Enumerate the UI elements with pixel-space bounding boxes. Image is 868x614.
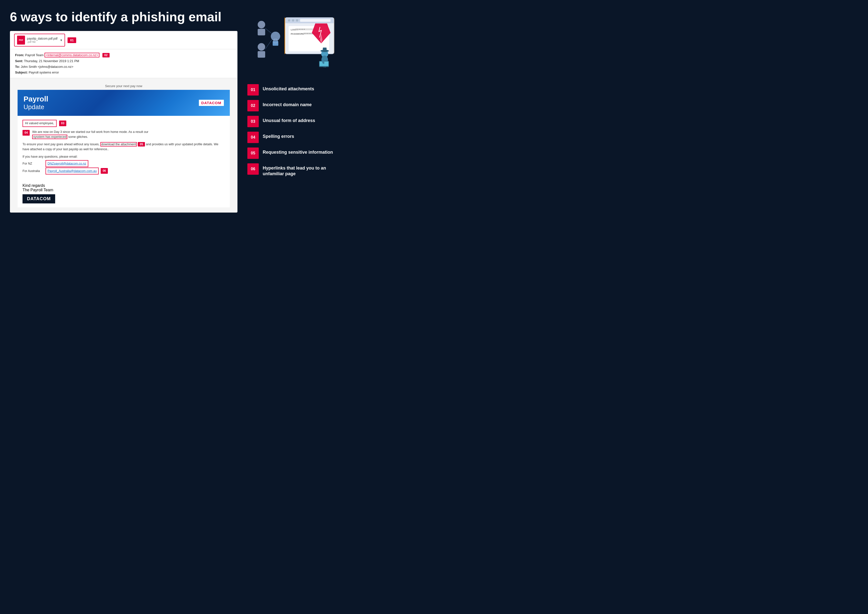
svg-point-27 [304, 33, 305, 34]
attachment-bar: PDF payslip_datcom.pdf.pdf .pdf file ▾ 0… [10, 31, 237, 49]
svg-point-13 [292, 19, 294, 22]
item-badge-6: 06 [247, 163, 259, 175]
item-label-6: Hyperlinks that lead you to an unfamilia… [263, 163, 336, 177]
badge-01-attachment: 01 [68, 37, 76, 43]
svg-point-21 [299, 29, 300, 30]
list-item-2: 02 Incorrect domain name [247, 100, 336, 111]
badge-05-sensitive: 05 [138, 142, 145, 146]
greeting-row: Hi valued employee, 03 [23, 120, 225, 127]
email-footer: Kind regards The Payroll Team DATACOM [17, 181, 230, 207]
attachment-info: payslip_datcom.pdf.pdf .pdf file [27, 37, 57, 43]
badge-04-spelling: 04 [23, 130, 30, 135]
to-label: To: [15, 65, 20, 68]
item-label-4: Spelling errors [263, 132, 294, 139]
badge-02-domain: 02 [102, 53, 110, 58]
item-label-1: Unsolicited attachments [263, 84, 314, 92]
items-list: 01 Unsolicited attachments 02 Incorrect … [247, 84, 336, 177]
payroll-update: Update [23, 103, 48, 111]
attachment-box[interactable]: PDF payslip_datcom.pdf.pdf .pdf file ▾ [14, 34, 65, 47]
svg-rect-43 [323, 48, 327, 51]
svg-point-23 [302, 29, 303, 30]
item-badge-5: 05 [247, 148, 259, 159]
list-item-3: 03 Unusual form of address [247, 116, 336, 127]
email-body-inner: Payroll Update DATACOM Hi valued employe… [17, 90, 230, 207]
email-mockup: PDF payslip_datcom.pdf.pdf .pdf file ▾ 0… [10, 31, 237, 213]
payroll-banner: Payroll Update DATACOM [17, 90, 230, 116]
badge-03-greeting: 03 [59, 121, 66, 126]
from-label: From: [15, 53, 24, 57]
left-section: 6 ways to identify a phishing email PDF … [10, 10, 237, 236]
list-item-5: 05 Requesting sensitive information [247, 148, 336, 159]
chevron-down-icon: ▾ [60, 38, 62, 42]
attachment-type: .pdf file [27, 40, 57, 43]
email-subject-row: Subject: Payroll systems error [15, 70, 232, 75]
item-label-5: Requesting sensitive information [263, 148, 333, 155]
au-label-text: For Australia [23, 168, 43, 174]
nz-label-text: For NZ [23, 161, 43, 166]
list-item-1: 01 Unsolicited attachments [247, 84, 336, 96]
svg-rect-3 [258, 51, 265, 58]
from-name: Payroll Team [25, 53, 43, 57]
svg-line-7 [265, 28, 272, 34]
svg-rect-1 [258, 29, 265, 36]
subject-value: Payroll systems error [29, 70, 59, 74]
item-badge-4: 04 [247, 132, 259, 143]
closing2: The Payroll Team [23, 188, 225, 192]
item-badge-1: 01 [247, 84, 259, 96]
phishing-illustration: LOGIN PASSWORD [247, 10, 336, 79]
pdf-icon: PDF [17, 36, 25, 45]
datacom-logo-banner: DATACOM [202, 101, 222, 105]
email-from-row: From: Payroll Team <internal@comms.datat… [15, 52, 232, 58]
para1-text: We are now on Day 3 since we started our… [32, 129, 148, 139]
subject-label: Subject: [15, 70, 28, 74]
download-highlight: download the attachment [101, 142, 137, 146]
list-item-4: 04 Spelling errors [247, 132, 336, 143]
svg-point-2 [258, 43, 265, 50]
svg-point-20 [297, 29, 298, 30]
payroll-text: Payroll Update [23, 95, 48, 111]
datacom-badge-banner: DATACOM [199, 100, 224, 106]
illustration-area: LOGIN PASSWORD [247, 10, 336, 79]
sent-value: Thursday, 21 November 2019 1:21 PM [24, 59, 79, 63]
svg-rect-5 [273, 41, 278, 46]
attachment-filename: payslip_datcom.pdf.pdf [27, 37, 57, 40]
para2-before: To ensure your next pay goes ahead witho… [23, 143, 99, 146]
badge-06-hyperlinks: 06 [101, 168, 108, 174]
item-badge-3: 03 [247, 116, 259, 127]
datacom-footer-text: DATACOM [27, 196, 51, 201]
svg-line-8 [265, 40, 272, 49]
payroll-bold: Payroll [23, 95, 48, 103]
svg-point-28 [305, 33, 307, 34]
questions-text: If you have any questions, please email: [23, 154, 225, 159]
item-badge-2: 02 [247, 100, 259, 111]
main-title: 6 ways to identify a phishing email [10, 10, 237, 24]
svg-text:PASSWORD: PASSWORD [291, 33, 304, 35]
svg-point-30 [309, 33, 310, 34]
svg-point-0 [258, 21, 265, 28]
closing1: Kind regards [23, 183, 225, 188]
list-item-6: 06 Hyperlinks that lead you to an unfami… [247, 163, 336, 177]
from-email-highlight: <internal@comms.datatocom.co.nz> [45, 53, 99, 58]
spelling-highlight: sysstem has experieced [32, 135, 67, 139]
questions-section: If you have any questions, please email:… [23, 154, 225, 174]
para2-text: To ensure your next pay goes ahead witho… [23, 142, 225, 152]
item-label-2: Incorrect domain name [263, 100, 312, 108]
sent-label: Sent: [15, 59, 23, 63]
svg-point-12 [288, 19, 290, 22]
svg-rect-15 [300, 19, 330, 22]
para1-row: 04 We are now on Day 3 since we started … [23, 129, 225, 139]
svg-point-29 [307, 33, 308, 34]
to-value: John Smith <johns@datacom.co.nz> [21, 65, 73, 68]
item-label-3: Unusual form of address [263, 116, 315, 123]
email-body: Secure your next pay now Payroll Update … [10, 78, 237, 212]
au-email-box: Payroll_Australia@datacom.com.au [45, 168, 99, 174]
svg-point-24 [304, 29, 305, 30]
svg-point-31 [310, 33, 312, 34]
para1-after: some glitches. [68, 135, 88, 138]
nz-email-box: DNZpayroll@datacom.co.nz [45, 160, 88, 167]
email-to-row: To: John Smith <johns@datacom.co.nz> [15, 64, 232, 70]
para2-row: To ensure your next pay goes ahead witho… [23, 142, 225, 152]
svg-point-14 [296, 19, 298, 22]
svg-point-19 [296, 29, 297, 30]
secure-text: Secure your next pay now [17, 82, 230, 90]
